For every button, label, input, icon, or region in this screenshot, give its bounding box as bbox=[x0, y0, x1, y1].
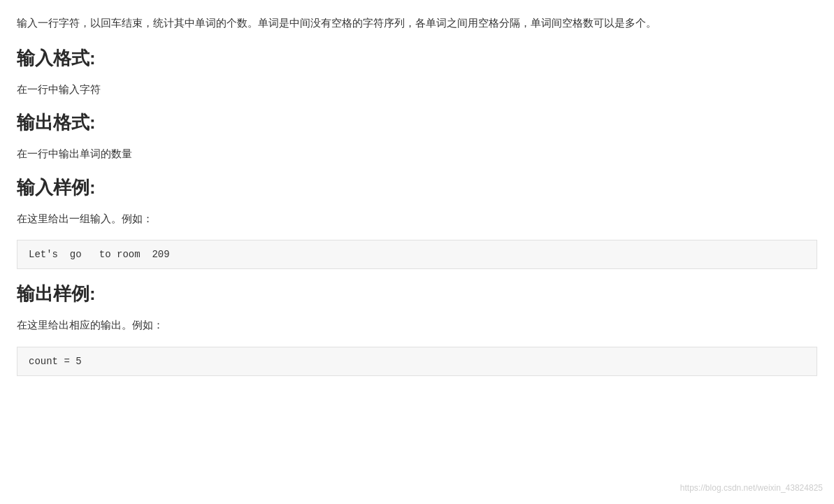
code-block-output-example: count = 5 bbox=[17, 347, 817, 376]
section-input-example: 输入样例:在这里给出一组输入。例如：Let's go to room 209 bbox=[17, 175, 817, 270]
section-body-output-format: 在一行中输出单词的数量 bbox=[17, 145, 817, 163]
section-heading-output-format: 输出格式: bbox=[17, 110, 817, 135]
sections-container: 输入格式:在一行中输入字符输出格式:在一行中输出单词的数量输入样例:在这里给出一… bbox=[17, 46, 817, 376]
section-heading-input-format: 输入格式: bbox=[17, 46, 817, 71]
section-body-input-example: 在这里给出一组输入。例如： bbox=[17, 210, 817, 228]
section-body-input-format: 在一行中输入字符 bbox=[17, 80, 817, 99]
code-block-input-example: Let's go to room 209 bbox=[17, 240, 817, 269]
section-output-example: 输出样例:在这里给出相应的输出。例如：count = 5 bbox=[17, 282, 817, 376]
section-body-output-example: 在这里给出相应的输出。例如： bbox=[17, 316, 817, 334]
section-output-format: 输出格式:在一行中输出单词的数量 bbox=[17, 110, 817, 163]
section-heading-input-example: 输入样例: bbox=[17, 175, 817, 200]
intro-paragraph: 输入一行字符，以回车结束，统计其中单词的个数。单词是中间没有空格的字符序列，各单… bbox=[17, 14, 817, 32]
section-heading-output-example: 输出样例: bbox=[17, 282, 817, 306]
watermark: https://blog.csdn.net/weixin_43824825 bbox=[680, 483, 823, 493]
section-input-format: 输入格式:在一行中输入字符 bbox=[17, 46, 817, 99]
